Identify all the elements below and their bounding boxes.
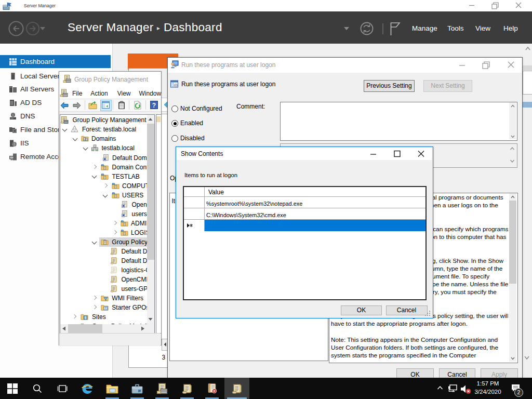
svg-text:?: ? [152, 102, 156, 109]
